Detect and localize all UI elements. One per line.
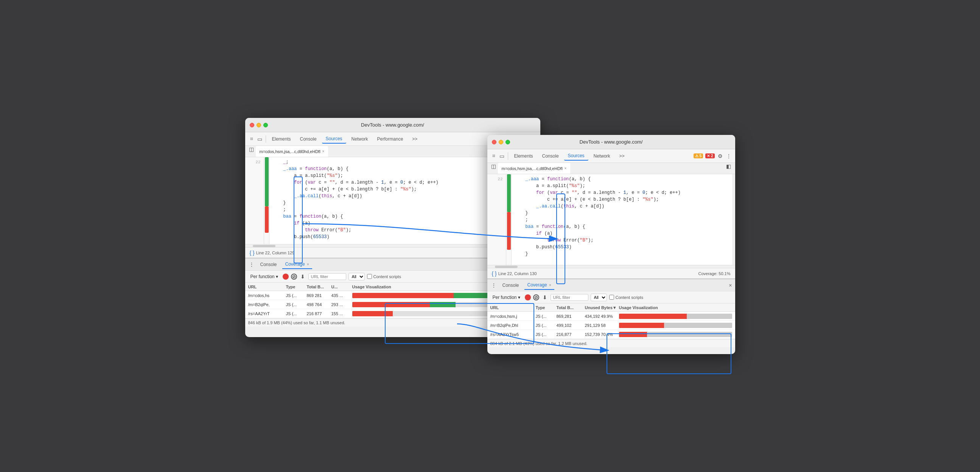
device-icon-right[interactable]: ▭ bbox=[499, 153, 506, 160]
file-tab-label: m=cdos,hsm,jsa,...c,dtl0hd,eHDfl bbox=[259, 149, 320, 154]
tab-more-right[interactable]: >> bbox=[616, 152, 628, 160]
table-row-r2[interactable]: /m=B2qlPe,Dhl JS (... 499,102 291,129 58 bbox=[487, 321, 735, 330]
coverage-tab-close[interactable]: × bbox=[307, 262, 309, 266]
line-num-blank4 bbox=[245, 186, 264, 193]
more-icon-right[interactable]: ⋮ bbox=[725, 153, 732, 160]
coverage-green-bar bbox=[265, 157, 269, 206]
footer-text-right: 884 kB of 2.1 MB (43%) used so far, 1.2 … bbox=[490, 341, 588, 346]
editor-scrollbar-right[interactable] bbox=[487, 265, 735, 268]
code-r-line-10: throw Error("B"); bbox=[515, 237, 729, 244]
panel-tab-coverage[interactable]: Coverage × bbox=[282, 260, 312, 269]
sidebar-toggle-right[interactable]: ◫ bbox=[490, 163, 497, 169]
tab-network[interactable]: Network bbox=[348, 135, 372, 143]
clear-button-right[interactable]: ⊘ bbox=[533, 295, 539, 301]
content-scripts-checkbox[interactable] bbox=[367, 274, 372, 279]
close-button-left[interactable] bbox=[250, 123, 254, 127]
file-tab-close-left[interactable]: × bbox=[322, 149, 325, 154]
gear-icon-right[interactable]: ⚙ bbox=[717, 153, 724, 160]
row2-url: /m=B2qlPe, bbox=[248, 303, 286, 307]
r3-vis bbox=[619, 332, 732, 337]
tab-console-right[interactable]: Console bbox=[538, 152, 563, 160]
row1-total: 869 281 bbox=[307, 293, 331, 298]
file-tab-left[interactable]: m=cdos,hsm,jsa,...c,dtl0hd,eHDfl × bbox=[256, 146, 328, 157]
table-row-r1[interactable]: /m=cdos,hsm,j JS (... 869,281 434,192 49… bbox=[487, 312, 735, 321]
r1-red bbox=[619, 314, 687, 319]
tab-sources[interactable]: Sources bbox=[322, 135, 346, 144]
line-num-22-right: 22 bbox=[487, 176, 506, 182]
row1-type: JS (... bbox=[286, 293, 307, 298]
line-num-blank10 bbox=[245, 227, 264, 234]
table-row-r3[interactable]: /rs=AA2YrTsw5 JS (... 216,877 152,739 70… bbox=[487, 330, 735, 339]
panel-tab-console[interactable]: Console bbox=[257, 260, 280, 269]
toolbar-separator bbox=[266, 135, 266, 143]
url-filter-input[interactable] bbox=[309, 273, 346, 280]
line-column-status: Line 22, Column 129 bbox=[256, 250, 295, 255]
tab-sources-right[interactable]: Sources bbox=[564, 152, 589, 161]
sidebar-collapse-right[interactable]: ◧ bbox=[725, 163, 732, 169]
row3-type: JS (... bbox=[286, 311, 307, 316]
panel-menu-icon[interactable]: ⋮ bbox=[248, 261, 255, 268]
record-button[interactable] bbox=[283, 274, 289, 280]
per-function-button-right[interactable]: Per function ▾ bbox=[490, 294, 523, 301]
tab-network-right[interactable]: Network bbox=[590, 152, 614, 160]
col-url: URL bbox=[248, 285, 286, 289]
minimize-button-left[interactable] bbox=[256, 123, 261, 127]
tab-elements-right[interactable]: Elements bbox=[511, 152, 537, 160]
code-r-line-6: } bbox=[515, 210, 729, 217]
inspect-icon[interactable]: ⌗ bbox=[248, 136, 255, 143]
all-select[interactable]: All bbox=[348, 273, 365, 280]
code-r-line-8: baa = function(a, b) { bbox=[515, 223, 729, 230]
file-tab-label-right: m=cdos,hsm,jsa,...c,dtl0hd,eHDfl bbox=[502, 166, 563, 171]
code-r-line-12: } bbox=[515, 250, 729, 257]
row2-total: 498 764 bbox=[307, 303, 331, 307]
minimize-button-right[interactable] bbox=[499, 140, 503, 144]
traffic-lights-left bbox=[250, 123, 268, 127]
r2-red bbox=[619, 323, 665, 328]
line-num-blank6 bbox=[245, 200, 264, 206]
all-select-right[interactable]: All bbox=[591, 294, 607, 301]
line-column-status-right: Line 22, Column 130 bbox=[498, 271, 537, 276]
row2-unused: 293 ... bbox=[331, 303, 352, 307]
code-editor-right[interactable]: _.aaa = function(a, b) { a = a.split("%s… bbox=[512, 174, 732, 265]
file-tab-right[interactable]: m=cdos,hsm,jsa,...c,dtl0hd,eHDfl × bbox=[498, 163, 571, 174]
clear-button[interactable]: ⊘ bbox=[291, 274, 297, 280]
r2-vis bbox=[619, 323, 732, 328]
panel-menu-icon-right[interactable]: ⋮ bbox=[490, 282, 497, 289]
line-num-blank3 bbox=[245, 179, 264, 186]
code-r-line-5: _.aa.call(this, c + a[d]) bbox=[515, 203, 729, 210]
tab-performance[interactable]: Performance bbox=[374, 135, 407, 143]
footer-text-left: 846 kB of 1.9 MB (44%) used so far, 1.1 … bbox=[248, 320, 345, 325]
download-icon[interactable]: ⬇ bbox=[299, 273, 306, 280]
vertical-scrollbar-right[interactable] bbox=[732, 174, 735, 265]
content-scripts-checkbox-right[interactable] bbox=[609, 295, 614, 300]
r2-unused: 291,129 58 bbox=[585, 323, 619, 328]
panel-tab-console-right[interactable]: Console bbox=[500, 281, 522, 290]
sidebar-toggle-left[interactable]: ◫ bbox=[248, 146, 255, 153]
content-scripts-text-right: Content scripts bbox=[616, 295, 643, 300]
record-button-right[interactable] bbox=[525, 295, 531, 301]
bracket-icon: { } bbox=[250, 250, 255, 256]
tab-elements[interactable]: Elements bbox=[268, 135, 295, 143]
chevron-down-icon: ▾ bbox=[276, 274, 278, 279]
r1-url: /m=cdos,hsm,j bbox=[490, 314, 536, 318]
url-filter-input-right[interactable] bbox=[550, 294, 589, 301]
inspect-icon-right[interactable]: ⌗ bbox=[490, 153, 497, 160]
close-button-right[interactable] bbox=[492, 140, 496, 144]
r3-red bbox=[619, 332, 648, 337]
tab-console[interactable]: Console bbox=[296, 135, 320, 143]
row3-total: 216 877 bbox=[307, 311, 331, 316]
panel-tab-coverage-right[interactable]: Coverage × bbox=[525, 281, 554, 290]
file-tab-close-right[interactable]: × bbox=[565, 166, 567, 170]
line-gutter-right: 22 bbox=[487, 174, 506, 265]
row1-red bbox=[352, 293, 454, 298]
row3-unused: 155 ... bbox=[331, 311, 352, 316]
maximize-button-right[interactable] bbox=[506, 140, 510, 144]
per-function-button[interactable]: Per function ▾ bbox=[248, 273, 280, 280]
download-icon-right[interactable]: ⬇ bbox=[541, 294, 548, 301]
device-icon[interactable]: ▭ bbox=[256, 136, 263, 143]
maximize-button-left[interactable] bbox=[263, 123, 268, 127]
per-function-label-right: Per function bbox=[493, 295, 517, 300]
panel-close-button-right[interactable]: × bbox=[729, 282, 732, 288]
coverage-tab-close-right[interactable]: × bbox=[549, 283, 551, 287]
tab-more[interactable]: >> bbox=[408, 135, 421, 143]
